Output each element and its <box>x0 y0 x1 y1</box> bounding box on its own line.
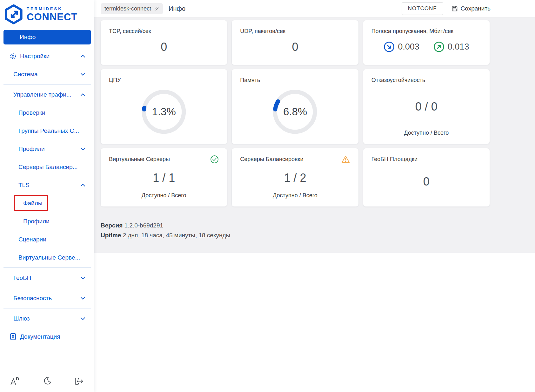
balancer-servers-value: 1 / 2 <box>284 171 306 185</box>
dashboard: TCP, сессий/сек 0 UDP, пакетов/сек 0 Пол… <box>94 17 535 253</box>
chevron-down-icon <box>80 317 85 320</box>
sidebar-item-info-active[interactable]: Инфо <box>3 30 91 44</box>
sidebar: TERMIDESK CONNECT Инфо Настройки Система <box>0 0 94 392</box>
cpu-percent: 1.3% <box>141 89 186 134</box>
hexagon-logo-icon <box>4 4 23 25</box>
chevron-down-icon <box>80 73 85 76</box>
logout-icon[interactable] <box>73 376 84 386</box>
system-meta: Версия 1.2.0-b69d291 Uptime 2 дня, 18 ча… <box>101 220 535 240</box>
language-icon[interactable] <box>10 376 20 386</box>
top-bar: termidesk-connect Инфо NOTCONF <box>94 0 535 17</box>
chevron-down-icon <box>80 297 85 300</box>
card-failover: Отказоустойчивость 0 / 0 Доступно / Всег… <box>363 69 490 144</box>
chevron-up-icon <box>80 184 85 187</box>
card-bandwidth: Полоса пропускания, Мбит/сек 0.003 <box>363 20 490 65</box>
notconf-badge[interactable]: NOTCONF <box>402 2 443 15</box>
sidebar-item-geobn[interactable]: ГеоБН <box>0 269 94 287</box>
sidebar-item-documentation[interactable]: Документация <box>0 328 94 346</box>
sidebar-item-balancer-servers[interactable]: Серверы Балансир... <box>0 158 94 176</box>
sidebar-divider <box>3 84 91 84</box>
sidebar-item-tls[interactable]: TLS <box>0 176 94 194</box>
sidebar-divider <box>3 267 91 268</box>
sidebar-item-security[interactable]: Безопасность <box>0 289 94 307</box>
arrow-up-right-circle-icon <box>433 41 445 52</box>
page-title: Инфо <box>169 5 185 12</box>
empty-area <box>94 253 535 392</box>
card-virtual-servers: Виртуальные Серверы 1 / 1 Доступно / Все… <box>101 148 227 206</box>
hostname-text: termidesk-connect <box>104 5 151 12</box>
arrow-down-right-circle-icon <box>384 41 395 52</box>
chevron-up-icon <box>80 93 85 96</box>
sidebar-item-real-server-groups[interactable]: Группы Реальных С... <box>0 122 94 140</box>
app-root: TERMIDESK CONNECT Инфо Настройки Система <box>0 0 535 392</box>
sidebar-item-gateway[interactable]: Шлюз <box>0 309 94 328</box>
sidebar-divider <box>3 288 91 288</box>
uptime-line: Uptime 2 дня, 18 часа, 45 минуты, 18 сек… <box>101 230 535 240</box>
sidebar-item-virtual-servers[interactable]: Виртуальные Серве... <box>0 248 94 267</box>
virtual-servers-caption: Доступно / Всего <box>109 192 219 201</box>
main-area: termidesk-connect Инфо NOTCONF <box>94 0 535 392</box>
card-cpu: ЦПУ 1.3% <box>101 69 227 144</box>
virtual-servers-value: 1 / 1 <box>153 171 175 185</box>
sidebar-footer <box>0 376 94 392</box>
sidebar-item-traffic-management[interactable]: Управление трафи... <box>0 85 94 104</box>
card-memory: Память 6.8% <box>232 69 358 144</box>
chevron-up-icon <box>80 55 85 58</box>
floppy-icon <box>451 5 458 12</box>
uptime-value: 2 дня, 18 часа, 45 минуты, 18 секунды <box>123 232 231 239</box>
card-tcp-sessions: TCP, сессий/сек 0 <box>101 20 227 65</box>
save-button[interactable]: Сохранить <box>451 5 491 12</box>
udp-value: 0 <box>292 40 298 54</box>
hostname-chip[interactable]: termidesk-connect <box>101 3 163 14</box>
sidebar-item-profiles[interactable]: Профили <box>0 140 94 158</box>
version-line: Версия 1.2.0-b69d291 <box>101 220 535 230</box>
chevron-down-icon <box>80 276 85 280</box>
check-circle-icon <box>210 155 219 164</box>
brand-name-bottom: CONNECT <box>27 12 77 22</box>
cpu-gauge: 1.3% <box>141 89 186 134</box>
book-icon <box>10 333 17 341</box>
sidebar-item-tls-files[interactable]: Файлы <box>0 194 94 212</box>
geobn-sites-value: 0 <box>423 175 430 188</box>
sidebar-item-settings[interactable]: Настройки <box>0 47 94 65</box>
brand-name-top: TERMIDESK <box>27 7 77 11</box>
pencil-icon[interactable] <box>154 6 159 11</box>
sidebar-item-tls-profiles[interactable]: Профили <box>0 212 94 230</box>
bandwidth-in-value: 0.003 <box>398 42 419 52</box>
failover-caption: Доступно / Всего <box>371 130 481 138</box>
brand-logo: TERMIDESK CONNECT <box>0 0 94 28</box>
card-udp-packets: UDP, пакетов/сек 0 <box>232 20 358 65</box>
chevron-down-icon <box>80 147 85 151</box>
memory-gauge: 6.8% <box>272 89 318 134</box>
balancer-servers-caption: Доступно / Всего <box>240 192 350 201</box>
version-value: 1.2.0-b69d291 <box>124 222 164 229</box>
sidebar-item-checks[interactable]: Проверки <box>0 104 94 122</box>
failover-value: 0 / 0 <box>415 100 438 113</box>
memory-percent: 6.8% <box>272 89 318 134</box>
card-balancer-servers: Серверы Балансировки 1 / 2 Доступно / Вс… <box>232 148 358 206</box>
moon-icon[interactable] <box>42 376 52 386</box>
sidebar-item-scenarios[interactable]: Сценарии <box>0 230 94 248</box>
tcp-value: 0 <box>161 40 167 54</box>
gear-icon <box>10 53 17 60</box>
card-geobn-sites: ГеоБН Площадки 0 <box>363 148 490 206</box>
sidebar-nav: Настройки Система Управление трафи... Пр… <box>0 47 94 346</box>
sidebar-divider <box>3 308 91 308</box>
warning-triangle-icon <box>341 155 350 164</box>
bandwidth-out-value: 0.013 <box>448 42 469 52</box>
sidebar-item-system[interactable]: Система <box>0 65 94 83</box>
